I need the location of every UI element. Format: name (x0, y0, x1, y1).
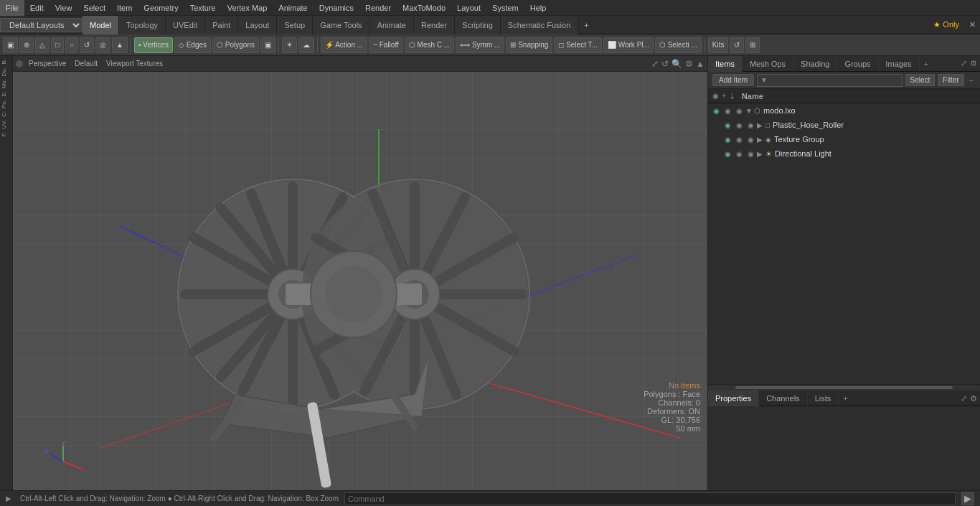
item-vis-modo-2[interactable]: ◉ (722, 106, 732, 116)
toggle-btn-5[interactable]: ○ (65, 37, 78, 53)
mode-btn[interactable]: ▣ (260, 37, 275, 53)
toggle-btn-4[interactable]: □ (51, 37, 64, 53)
item-row-plastic-hose[interactable]: ◉ ◉ ◉ ▶ □ Plastic_Hose_Roller (708, 118, 980, 132)
default-label[interactable]: Default (72, 60, 100, 67)
panel-tab-images[interactable]: Images (879, 56, 920, 72)
toggle-btn-1[interactable]: ▣ (3, 37, 18, 53)
left-tool-uv[interactable]: UV. (1, 118, 12, 131)
add-item-select-btn[interactable]: Select (905, 74, 936, 86)
viewport-ctrl-1[interactable]: ⤢ (651, 59, 659, 69)
falloff-btn[interactable]: ~ Falloff (369, 37, 403, 53)
toggle-btn-2[interactable]: ⊕ (19, 37, 34, 53)
menu-select[interactable]: Select (77, 0, 111, 16)
item-expand-light[interactable]: ▶ (757, 150, 764, 158)
menu-layout[interactable]: Layout (451, 0, 486, 16)
panel-tab-shading[interactable]: Shading (793, 56, 837, 72)
selection-btn[interactable]: ⬡ Selecti ... (655, 37, 702, 53)
left-tool-f[interactable]: F. (1, 131, 12, 138)
tab-paint[interactable]: Paint (205, 16, 238, 34)
item-vis-modo[interactable]: ◉ (711, 106, 721, 116)
left-tool-po[interactable]: Po. (1, 98, 12, 110)
items-scrollbar[interactable] (708, 384, 980, 390)
tab-animate[interactable]: Animate (370, 16, 414, 34)
panel-tab-groups[interactable]: Groups (837, 56, 878, 72)
menu-file[interactable]: File (0, 0, 24, 16)
menu-dynamics[interactable]: Dynamics (314, 0, 359, 16)
mesh-btn[interactable]: ⬡ Mesh C ... (405, 37, 454, 53)
item-vis-tex-2[interactable]: ◉ (734, 134, 744, 144)
add-item-filter-btn[interactable]: Filter (938, 74, 963, 86)
viewport-canvas[interactable]: No Items Polygons : Face Channels: 0 Def… (13, 72, 707, 490)
item-vis-hose[interactable]: ◉ (722, 120, 732, 130)
toggle-btn-6[interactable]: ↺ (80, 37, 94, 53)
polygons-btn[interactable]: ⬡ Polygons (212, 37, 259, 53)
tab-model[interactable]: Model (83, 16, 119, 34)
viewport-dot[interactable] (16, 60, 23, 67)
viewport-ctrl-5[interactable]: ▲ (696, 59, 705, 69)
tab-game-tools[interactable]: Game Tools (313, 16, 370, 34)
add-item-minus[interactable]: − (967, 76, 976, 85)
toggle-btn-3[interactable]: △ (35, 37, 50, 53)
viewport-ctrl-3[interactable]: 🔍 (672, 59, 682, 69)
select-tool-btn[interactable]: ◻ Select T... (554, 37, 602, 53)
symm-btn[interactable]: ⟺ Symm ... (456, 37, 504, 53)
menu-system[interactable]: System (486, 0, 524, 16)
toggle-btn-8[interactable]: ▲ (112, 37, 128, 53)
viewport-ctrl-4[interactable]: ⚙ (685, 59, 693, 69)
add-item-dropdown[interactable]: ▼ (757, 74, 903, 87)
item-vis-tex-3[interactable]: ◉ (745, 134, 755, 144)
item-expand-hose[interactable]: ▶ (757, 121, 764, 129)
action-btn[interactable]: ⚡ Action ... (321, 37, 367, 53)
menu-render[interactable]: Render (359, 0, 397, 16)
vertices-btn[interactable]: ▪ Vertices (134, 37, 173, 53)
viewport-grid-btn[interactable]: ⊞ (745, 37, 760, 53)
item-expand-tex[interactable]: ▶ (757, 136, 764, 144)
tab-topology[interactable]: Topology (119, 16, 166, 34)
tab-uvedit[interactable]: UVEdit (166, 16, 205, 34)
menu-texture[interactable]: Texture (184, 0, 222, 16)
item-vis-hose-2[interactable]: ◉ (734, 120, 744, 130)
item-row-texture-group[interactable]: ◉ ◉ ◉ ▶ ◈ Texture Group (708, 132, 980, 146)
panel-tab-items[interactable]: Items (708, 56, 743, 72)
layout-expand-btn[interactable]: ✕ (965, 20, 980, 29)
item-vis-light-2[interactable]: ◉ (734, 149, 744, 159)
left-tool-mesh[interactable]: Me. (1, 78, 12, 90)
tab-setup[interactable]: Setup (277, 16, 313, 34)
kits-btn[interactable]: Kits (708, 37, 729, 53)
menu-geometry[interactable]: Geometry (138, 0, 184, 16)
menu-maxtomodo[interactable]: MaxToModo (397, 0, 451, 16)
menu-edit[interactable]: Edit (24, 0, 50, 16)
prop-settings-icon[interactable]: ⚙ (970, 390, 977, 406)
textures-label[interactable]: Viewport Textures (103, 60, 166, 67)
prop-tab-channels[interactable]: Channels (759, 390, 807, 406)
panel-tab-mesh-ops[interactable]: Mesh Ops (743, 56, 793, 72)
item-expand-modo[interactable]: ▼ (745, 107, 753, 115)
item-vis-tex[interactable]: ◉ (722, 134, 732, 144)
item-vis-hose-3[interactable]: ◉ (745, 120, 755, 130)
items-list-icon-3[interactable]: ⭳ (729, 92, 736, 100)
menu-item[interactable]: Item (111, 0, 138, 16)
panel-tab-add[interactable]: + (920, 56, 933, 72)
render-mode-btn[interactable]: ☀ (282, 37, 297, 53)
left-tool-c[interactable]: C: (1, 110, 12, 118)
tab-render[interactable]: Render (414, 16, 455, 34)
menu-view[interactable]: View (50, 0, 78, 16)
menu-vertex-map[interactable]: Vertex Map (222, 0, 273, 16)
prop-tab-add[interactable]: + (839, 390, 852, 406)
left-tool-b[interactable]: B: (1, 57, 12, 66)
tab-schematic-fusion[interactable]: Schematic Fusion (501, 16, 578, 34)
command-input[interactable] (344, 492, 956, 505)
item-vis-light[interactable]: ◉ (722, 149, 732, 159)
tab-add[interactable]: + (578, 16, 594, 34)
add-item-button[interactable]: Add Item (712, 74, 754, 86)
prop-expand-icon[interactable]: ⤢ (961, 390, 967, 406)
item-row-modo-bxo[interactable]: ◉ ◉ ◉ ▼ ⬡ modo.lxo (708, 103, 980, 118)
viewport-ctrl-2[interactable]: ↺ (661, 59, 669, 69)
menu-animate[interactable]: Animate (273, 0, 313, 16)
snapping-btn[interactable]: ⊞ Snapping (506, 37, 552, 53)
work-plane-btn[interactable]: ⬜ Work Pl... (603, 37, 654, 53)
render-mode2-btn[interactable]: ☁ (298, 37, 314, 53)
left-tool-dup[interactable]: Du. (1, 66, 12, 78)
item-vis-modo-3[interactable]: ◉ (734, 106, 744, 116)
item-vis-light-3[interactable]: ◉ (745, 149, 755, 159)
